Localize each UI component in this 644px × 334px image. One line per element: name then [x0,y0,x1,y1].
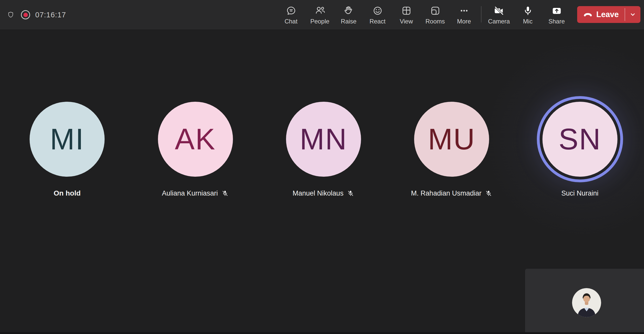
raise-label: Raise [341,18,356,25]
participant-tile-auliana-kurniasari[interactable]: AK Auliana Kurniasari [131,30,259,223]
participant-initials: MU [428,124,475,154]
participant-name: Manuel Nikolaus [293,189,344,197]
share-screen-icon [551,5,562,17]
participant-avatar: SN [537,96,623,182]
self-avatar-photo [572,288,601,317]
participant-name-row: On hold [3,189,131,197]
speaking-ring: SN [537,96,623,182]
participant-tile-manuel-nikolaus[interactable]: MN Manuel Nikolaus [259,30,388,223]
participant-avatar: MI [24,96,110,182]
more-button[interactable]: More [450,0,478,30]
speaking-ring: MI [24,96,110,182]
people-label: People [310,18,329,25]
leave-options-button[interactable] [625,6,640,23]
mic-off-icon [347,189,354,197]
recording-indicator-icon [21,10,30,19]
react-smiley-icon [372,5,383,17]
camera-label: Camera [488,18,510,25]
view-label: View [400,18,413,25]
people-icon [314,5,326,17]
toolbar-device-group: Camera Mic Share [485,0,571,30]
participant-name: On hold [54,189,81,197]
participant-name: M. Rahadian Usmadiar [411,189,481,197]
meeting-status-cluster: 07:16:17 [7,0,66,30]
participant-grid: MI On hold [3,30,644,223]
speaking-ring: MN [280,96,367,182]
chat-icon [286,5,297,17]
hang-up-icon [583,10,593,19]
speaking-ring: MU [408,96,495,182]
participant-initials: AK [175,124,216,154]
speaking-ring: AK [152,96,239,182]
view-button[interactable]: View [392,0,421,30]
more-label: More [457,18,471,25]
meeting-stage: MI On hold [0,30,644,334]
rooms-icon [430,5,441,17]
more-dots-icon [459,5,470,17]
camera-toggle-button[interactable]: Camera [485,0,513,30]
participant-avatar: AK [152,96,239,182]
toolbar-menu-group: Chat People Rais [277,0,478,30]
leave-main[interactable]: Leave [577,6,625,23]
camera-off-icon [493,5,505,17]
participant-name-row: Suci Nuraini [516,189,644,197]
mic-icon [522,5,534,17]
react-label: React [369,18,386,25]
participant-avatar: MN [280,96,367,182]
bottom-edge [0,332,644,334]
leave-button[interactable]: Leave [577,6,640,23]
mic-off-icon [221,189,229,197]
participant-avatar: MU [408,96,495,182]
chat-label: Chat [284,18,298,25]
participant-tile-m-rahadian-usmadiar[interactable]: MU M. Rahadian Usmadiar [388,30,516,223]
chat-button[interactable]: Chat [277,0,305,30]
rooms-label: Rooms [425,18,445,25]
mic-toggle-button[interactable]: Mic [513,0,542,30]
participant-name-row: Manuel Nikolaus [259,189,388,197]
participant-initials: SN [559,124,601,154]
participant-initials: MN [300,124,347,154]
chevron-down-icon [628,10,637,19]
meeting-timer: 07:16:17 [35,11,66,19]
react-button[interactable]: React [363,0,392,30]
people-button[interactable]: People [305,0,334,30]
share-label: Share [548,18,565,25]
participant-name-row: Auliana Kurniasari [131,189,259,197]
toolbar-divider [481,6,481,22]
leave-label: Leave [596,10,619,19]
participant-name: Suci Nuraini [561,189,599,197]
participant-tile-suci-nuraini[interactable]: SN Suci Nuraini [516,30,644,223]
view-grid-icon [401,5,412,17]
mic-off-icon [485,189,492,197]
rooms-button[interactable]: Rooms [421,0,450,30]
self-view-tile[interactable] [525,269,644,332]
share-button[interactable]: Share [542,0,571,30]
raise-hand-icon [343,5,354,17]
meeting-toolbar: 07:16:17 Chat People [0,0,644,30]
participant-tile-on-hold[interactable]: MI On hold [3,30,131,223]
participant-initials: MI [50,124,84,154]
mic-label: Mic [523,18,532,25]
shield-icon [7,11,14,19]
raise-hand-button[interactable]: Raise [334,0,363,30]
participant-name: Auliana Kurniasari [162,189,218,197]
participant-name-row: M. Rahadian Usmadiar [388,189,516,197]
